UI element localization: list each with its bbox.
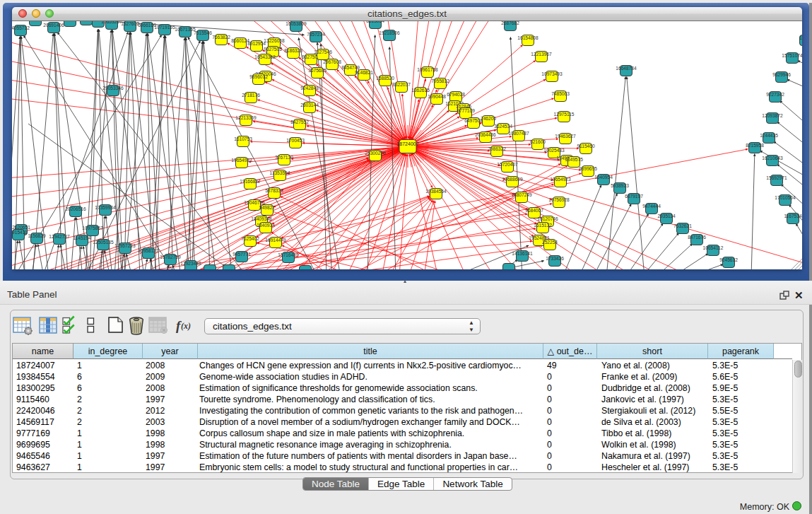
svg-text:8186328: 8186328 bbox=[284, 48, 302, 53]
svg-text:9899695: 9899695 bbox=[579, 166, 597, 171]
svg-text:1145194: 1145194 bbox=[73, 235, 91, 240]
svg-text:8322037: 8322037 bbox=[392, 82, 411, 87]
svg-text:6966160: 6966160 bbox=[138, 23, 156, 28]
svg-text:9245612: 9245612 bbox=[719, 257, 738, 262]
svg-text:2687682: 2687682 bbox=[501, 21, 519, 25]
svg-text:9242848: 9242848 bbox=[300, 86, 319, 90]
svg-text:16648784: 16648784 bbox=[616, 66, 637, 71]
svg-text:8912954: 8912954 bbox=[247, 41, 266, 46]
svg-text:7986322: 7986322 bbox=[488, 146, 506, 151]
svg-text:20364436: 20364436 bbox=[475, 132, 496, 137]
svg-text:17359934: 17359934 bbox=[95, 205, 116, 210]
svg-text:8454749: 8454749 bbox=[341, 65, 360, 70]
svg-text:1244415: 1244415 bbox=[760, 133, 778, 138]
svg-text:9146821: 9146821 bbox=[355, 70, 373, 75]
svg-text:2620651: 2620651 bbox=[12, 225, 30, 230]
svg-text:3267130: 3267130 bbox=[275, 155, 293, 160]
svg-text:11175: 11175 bbox=[799, 35, 802, 40]
svg-text:1167534: 1167534 bbox=[784, 214, 802, 218]
svg-text:9115460: 9115460 bbox=[577, 144, 595, 148]
svg-text:10756928: 10756928 bbox=[548, 197, 570, 202]
svg-text:17957223: 17957223 bbox=[114, 243, 136, 248]
svg-text:252254: 252254 bbox=[542, 240, 558, 245]
svg-text:3624534: 3624534 bbox=[494, 124, 512, 129]
svg-text:12923448: 12923448 bbox=[180, 261, 201, 266]
svg-text:15692971: 15692971 bbox=[766, 175, 787, 180]
svg-text:10807487: 10807487 bbox=[508, 131, 529, 136]
svg-text:12505135: 12505135 bbox=[93, 240, 114, 245]
svg-text:10025433: 10025433 bbox=[543, 148, 565, 153]
svg-text:16120746: 16120746 bbox=[537, 216, 558, 221]
svg-text:19218506: 19218506 bbox=[379, 30, 400, 35]
svg-text:16053809: 16053809 bbox=[286, 21, 307, 26]
svg-text:1588520: 1588520 bbox=[376, 76, 394, 81]
svg-text:2935114: 2935114 bbox=[657, 214, 676, 218]
svg-text:5938923: 5938923 bbox=[611, 183, 629, 188]
svg-text:14136141: 14136141 bbox=[512, 251, 533, 256]
svg-text:5878332: 5878332 bbox=[265, 188, 283, 193]
svg-text:9327505: 9327505 bbox=[264, 47, 282, 52]
svg-text:(x): (x) bbox=[181, 321, 191, 331]
svg-text:549822: 549822 bbox=[259, 205, 275, 210]
svg-text:12213967: 12213967 bbox=[531, 52, 552, 57]
svg-text:1527602: 1527602 bbox=[121, 21, 139, 26]
svg-text:10973493: 10973493 bbox=[541, 71, 563, 76]
svg-text:4055712: 4055712 bbox=[12, 25, 30, 30]
svg-text:3675685: 3675685 bbox=[308, 68, 326, 73]
svg-text:12213369: 12213369 bbox=[235, 115, 257, 120]
svg-text:10975867: 10975867 bbox=[82, 226, 103, 230]
svg-text:1610753: 1610753 bbox=[234, 136, 252, 141]
svg-text:16543362: 16543362 bbox=[254, 54, 276, 59]
svg-text:19384554: 19384554 bbox=[425, 189, 447, 194]
svg-text:9684067: 9684067 bbox=[525, 208, 543, 213]
svg-text:9896012: 9896012 bbox=[249, 74, 268, 79]
svg-text:15751074: 15751074 bbox=[782, 53, 802, 58]
svg-text:7955812: 7955812 bbox=[431, 78, 449, 83]
svg-text:1615132: 1615132 bbox=[534, 223, 552, 228]
svg-text:13226058: 13226058 bbox=[264, 38, 285, 43]
svg-text:10961758: 10961758 bbox=[417, 67, 438, 72]
svg-text:19654923: 19654923 bbox=[550, 177, 571, 182]
svg-text:12975115: 12975115 bbox=[554, 112, 575, 117]
svg-text:8471676: 8471676 bbox=[688, 235, 706, 240]
svg-text:10654112: 10654112 bbox=[703, 245, 724, 250]
svg-text:1849575: 1849575 bbox=[565, 157, 583, 162]
svg-text:16154808: 16154808 bbox=[517, 35, 539, 40]
svg-text:10958127: 10958127 bbox=[138, 248, 159, 253]
svg-text:19654933: 19654933 bbox=[231, 158, 252, 163]
svg-text:11353594: 11353594 bbox=[270, 170, 290, 175]
svg-text:18409348: 18409348 bbox=[251, 216, 272, 221]
svg-text:12942737: 12942737 bbox=[49, 234, 70, 239]
svg-text:19166827: 19166827 bbox=[240, 179, 261, 184]
svg-text:10719155: 10719155 bbox=[154, 25, 175, 30]
svg-text:1700453: 1700453 bbox=[286, 138, 305, 143]
svg-text:17010504: 17010504 bbox=[775, 195, 796, 200]
svg-text:9457771: 9457771 bbox=[233, 252, 251, 257]
svg-text:16046755: 16046755 bbox=[244, 200, 265, 205]
svg-text:1840934: 1840934 bbox=[257, 223, 275, 228]
svg-text:15716485: 15716485 bbox=[278, 252, 299, 257]
svg-text:18724007: 18724007 bbox=[396, 141, 418, 146]
svg-text:7515546: 7515546 bbox=[194, 30, 212, 35]
svg-text:20206516: 20206516 bbox=[65, 206, 86, 211]
svg-text:7485063: 7485063 bbox=[551, 91, 570, 96]
svg-text:1327546: 1327546 bbox=[314, 49, 332, 54]
svg-text:6794028: 6794028 bbox=[447, 92, 465, 97]
svg-text:1640954: 1640954 bbox=[594, 175, 613, 180]
svg-text:2967608: 2967608 bbox=[323, 59, 341, 64]
svg-text:7663822: 7663822 bbox=[212, 35, 230, 40]
svg-text:10653267: 10653267 bbox=[101, 21, 122, 24]
svg-text:7632621: 7632621 bbox=[673, 223, 692, 228]
svg-text:7625402: 7625402 bbox=[241, 236, 259, 241]
svg-text:8813054: 8813054 bbox=[366, 21, 384, 23]
svg-text:2718176: 2718176 bbox=[242, 93, 260, 98]
svg-text:12093872: 12093872 bbox=[762, 113, 783, 118]
svg-text:6879197: 6879197 bbox=[625, 194, 643, 199]
svg-text:9777169: 9777169 bbox=[457, 108, 475, 113]
svg-text:16210643: 16210643 bbox=[762, 156, 783, 160]
svg-text:16914479: 16914479 bbox=[265, 238, 286, 243]
svg-text:25300295: 25300295 bbox=[365, 151, 386, 156]
svg-text:10671355: 10671355 bbox=[175, 27, 196, 32]
svg-text:1990448: 1990448 bbox=[428, 94, 446, 99]
svg-text:3915411: 3915411 bbox=[12, 230, 28, 235]
